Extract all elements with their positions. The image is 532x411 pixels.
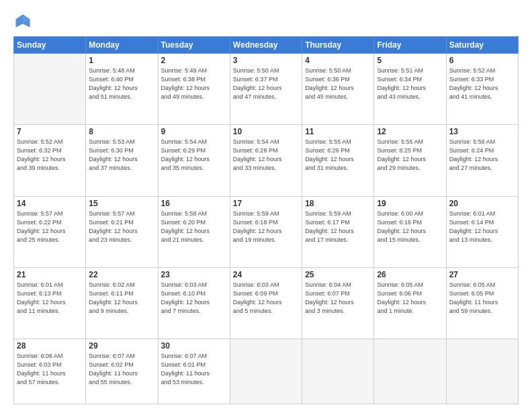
calendar-cell: 3Sunrise: 5:50 AM Sunset: 6:37 PM Daylig…: [230, 54, 302, 125]
day-number: 17: [233, 199, 299, 208]
day-info: Sunrise: 6:03 AM Sunset: 6:10 PM Dayligh…: [161, 281, 227, 316]
day-info: Sunrise: 5:58 AM Sunset: 6:20 PM Dayligh…: [161, 210, 227, 244]
day-number: 22: [89, 270, 154, 279]
calendar-cell: [302, 339, 374, 404]
calendar-cell: [446, 339, 518, 404]
weekday-header: Saturday: [446, 37, 518, 54]
day-number: 1: [89, 56, 154, 65]
calendar-cell: 14Sunrise: 5:57 AM Sunset: 6:22 PM Dayli…: [14, 196, 86, 267]
day-number: 14: [17, 199, 83, 208]
calendar-week-row: 28Sunrise: 6:06 AM Sunset: 6:03 PM Dayli…: [14, 339, 519, 404]
day-number: 20: [449, 199, 515, 208]
day-number: 6: [449, 56, 515, 65]
calendar-cell: 15Sunrise: 5:57 AM Sunset: 6:21 PM Dayli…: [86, 196, 158, 267]
day-info: Sunrise: 5:50 AM Sunset: 6:36 PM Dayligh…: [305, 66, 371, 101]
day-info: Sunrise: 6:05 AM Sunset: 6:06 PM Dayligh…: [377, 281, 443, 316]
day-number: 10: [233, 127, 299, 136]
day-number: 2: [161, 56, 227, 65]
calendar-cell: 1Sunrise: 5:48 AM Sunset: 6:40 PM Daylig…: [86, 54, 158, 125]
calendar-cell: 11Sunrise: 5:55 AM Sunset: 6:26 PM Dayli…: [302, 125, 374, 196]
day-info: Sunrise: 5:53 AM Sunset: 6:30 PM Dayligh…: [89, 138, 154, 173]
day-number: 29: [89, 341, 154, 351]
day-number: 4: [305, 56, 371, 65]
day-info: Sunrise: 5:55 AM Sunset: 6:26 PM Dayligh…: [305, 138, 371, 173]
calendar-cell: 18Sunrise: 5:59 AM Sunset: 6:17 PM Dayli…: [302, 196, 374, 267]
day-number: 8: [89, 127, 154, 136]
day-info: Sunrise: 6:07 AM Sunset: 6:01 PM Dayligh…: [161, 352, 227, 387]
calendar-cell: 8Sunrise: 5:53 AM Sunset: 6:30 PM Daylig…: [86, 125, 158, 196]
day-number: 12: [377, 127, 443, 136]
day-number: 11: [305, 127, 371, 136]
day-info: Sunrise: 6:01 AM Sunset: 6:14 PM Dayligh…: [449, 210, 515, 244]
day-number: 26: [377, 270, 443, 279]
day-number: 18: [305, 199, 371, 208]
day-info: Sunrise: 5:50 AM Sunset: 6:37 PM Dayligh…: [233, 66, 299, 101]
calendar-cell: 5Sunrise: 5:51 AM Sunset: 6:34 PM Daylig…: [374, 54, 446, 125]
day-info: Sunrise: 6:05 AM Sunset: 6:05 PM Dayligh…: [449, 281, 515, 316]
day-number: 16: [161, 199, 227, 208]
day-number: 23: [161, 270, 227, 279]
day-info: Sunrise: 5:59 AM Sunset: 6:17 PM Dayligh…: [305, 210, 371, 244]
calendar-cell: 26Sunrise: 6:05 AM Sunset: 6:06 PM Dayli…: [374, 267, 446, 338]
day-info: Sunrise: 6:04 AM Sunset: 6:07 PM Dayligh…: [305, 281, 371, 316]
logo: [13, 12, 35, 31]
calendar-cell: 28Sunrise: 6:06 AM Sunset: 6:03 PM Dayli…: [14, 339, 86, 404]
day-info: Sunrise: 5:51 AM Sunset: 6:34 PM Dayligh…: [377, 66, 443, 101]
calendar-cell: [14, 54, 86, 125]
day-info: Sunrise: 5:52 AM Sunset: 6:33 PM Dayligh…: [449, 66, 515, 101]
calendar-week-row: 21Sunrise: 6:01 AM Sunset: 6:13 PM Dayli…: [14, 267, 519, 338]
day-info: Sunrise: 6:03 AM Sunset: 6:09 PM Dayligh…: [233, 281, 299, 316]
day-number: 27: [449, 270, 515, 279]
calendar-cell: 12Sunrise: 5:55 AM Sunset: 6:25 PM Dayli…: [374, 125, 446, 196]
day-info: Sunrise: 6:00 AM Sunset: 6:16 PM Dayligh…: [377, 210, 443, 244]
day-info: Sunrise: 5:49 AM Sunset: 6:38 PM Dayligh…: [161, 66, 227, 101]
calendar-cell: 17Sunrise: 5:59 AM Sunset: 6:18 PM Dayli…: [230, 196, 302, 267]
day-number: 30: [161, 341, 227, 351]
top-section: [13, 12, 519, 31]
day-info: Sunrise: 6:01 AM Sunset: 6:13 PM Dayligh…: [17, 281, 83, 316]
calendar-cell: 13Sunrise: 5:56 AM Sunset: 6:24 PM Dayli…: [446, 125, 518, 196]
day-info: Sunrise: 5:57 AM Sunset: 6:22 PM Dayligh…: [17, 210, 83, 244]
calendar-cell: 22Sunrise: 6:02 AM Sunset: 6:11 PM Dayli…: [86, 267, 158, 338]
day-info: Sunrise: 6:06 AM Sunset: 6:03 PM Dayligh…: [17, 352, 83, 387]
day-number: 25: [305, 270, 371, 279]
calendar-week-row: 14Sunrise: 5:57 AM Sunset: 6:22 PM Dayli…: [14, 196, 519, 267]
day-info: Sunrise: 5:59 AM Sunset: 6:18 PM Dayligh…: [233, 210, 299, 244]
calendar-cell: 29Sunrise: 6:07 AM Sunset: 6:02 PM Dayli…: [86, 339, 158, 404]
weekday-header: Monday: [86, 37, 158, 54]
calendar-cell: 24Sunrise: 6:03 AM Sunset: 6:09 PM Dayli…: [230, 267, 302, 338]
day-info: Sunrise: 5:57 AM Sunset: 6:21 PM Dayligh…: [89, 210, 154, 244]
day-info: Sunrise: 5:56 AM Sunset: 6:24 PM Dayligh…: [449, 138, 515, 173]
day-info: Sunrise: 5:54 AM Sunset: 6:28 PM Dayligh…: [233, 138, 299, 173]
weekday-header: Tuesday: [158, 37, 230, 54]
day-info: Sunrise: 6:02 AM Sunset: 6:11 PM Dayligh…: [89, 281, 154, 316]
calendar-cell: 16Sunrise: 5:58 AM Sunset: 6:20 PM Dayli…: [158, 196, 230, 267]
day-info: Sunrise: 5:55 AM Sunset: 6:25 PM Dayligh…: [377, 138, 443, 173]
weekday-header: Wednesday: [230, 37, 302, 54]
day-number: 9: [161, 127, 227, 136]
day-info: Sunrise: 5:52 AM Sunset: 6:32 PM Dayligh…: [17, 138, 83, 173]
calendar-cell: [230, 339, 302, 404]
calendar-cell: 20Sunrise: 6:01 AM Sunset: 6:14 PM Dayli…: [446, 196, 518, 267]
calendar-week-row: 1Sunrise: 5:48 AM Sunset: 6:40 PM Daylig…: [14, 54, 519, 125]
day-info: Sunrise: 6:07 AM Sunset: 6:02 PM Dayligh…: [89, 352, 154, 387]
calendar-header-row: SundayMondayTuesdayWednesdayThursdayFrid…: [14, 37, 519, 54]
calendar-cell: 7Sunrise: 5:52 AM Sunset: 6:32 PM Daylig…: [14, 125, 86, 196]
weekday-header: Sunday: [14, 37, 86, 54]
calendar-table: SundayMondayTuesdayWednesdayThursdayFrid…: [13, 36, 519, 404]
weekday-header: Friday: [374, 37, 446, 54]
day-number: 5: [377, 56, 443, 65]
calendar-cell: 25Sunrise: 6:04 AM Sunset: 6:07 PM Dayli…: [302, 267, 374, 338]
logo-icon: [13, 12, 32, 31]
page: SundayMondayTuesdayWednesdayThursdayFrid…: [0, 0, 532, 411]
calendar-cell: 6Sunrise: 5:52 AM Sunset: 6:33 PM Daylig…: [446, 54, 518, 125]
day-number: 15: [89, 199, 154, 208]
day-number: 21: [17, 270, 83, 279]
day-number: 28: [17, 341, 83, 351]
calendar-cell: 2Sunrise: 5:49 AM Sunset: 6:38 PM Daylig…: [158, 54, 230, 125]
day-number: 13: [449, 127, 515, 136]
day-info: Sunrise: 5:54 AM Sunset: 6:29 PM Dayligh…: [161, 138, 227, 173]
calendar-cell: 23Sunrise: 6:03 AM Sunset: 6:10 PM Dayli…: [158, 267, 230, 338]
calendar-cell: 4Sunrise: 5:50 AM Sunset: 6:36 PM Daylig…: [302, 54, 374, 125]
calendar-cell: 30Sunrise: 6:07 AM Sunset: 6:01 PM Dayli…: [158, 339, 230, 404]
